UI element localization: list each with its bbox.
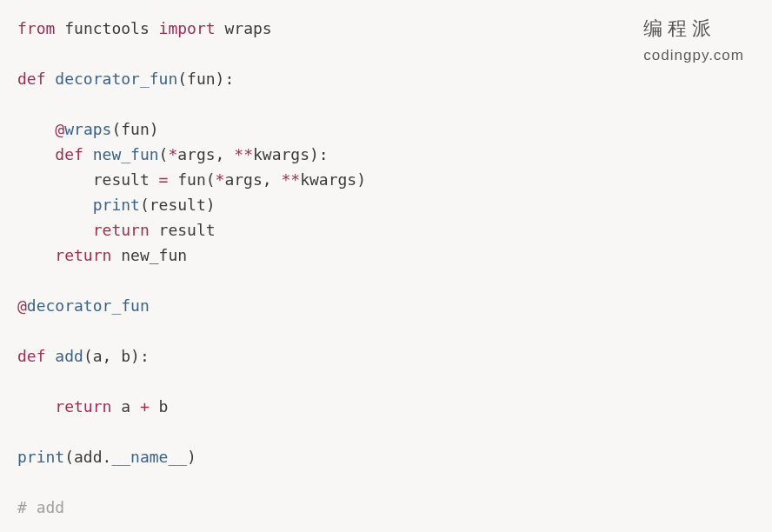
watermark: 编程派 codingpy.com [643,16,744,68]
text [55,19,64,37]
double-star: ** [281,170,300,189]
function-name: add [55,347,83,365]
call-close: ) [187,448,196,466]
keyword-def: def [17,347,46,365]
imported-name: wraps [224,19,271,37]
paren-open: ( [159,145,169,163]
star: * [168,145,177,163]
text [150,19,159,37]
equals: = [159,170,169,189]
decorator-name: decorator_fun [27,296,150,315]
function-name: decorator_fun [55,70,177,88]
dunder-name: __name__ [111,448,187,466]
keyword-def: def [55,145,83,163]
params: (a, b): [83,347,150,365]
builtin-print: print [17,448,64,466]
arg: args, [224,170,281,189]
keyword-def: def [17,70,46,88]
text [46,347,56,365]
keyword-return: return [55,397,111,416]
expr: a [111,397,140,416]
function-name: new_fun [93,145,159,163]
call-open: (add. [64,448,111,466]
return-value: new_fun [111,246,187,264]
keyword-from: from [17,19,55,37]
arg: args, [177,145,234,163]
code-block: from functools import wraps def decorato… [0,0,772,532]
text [46,70,56,88]
keyword-return: return [93,221,150,239]
params: (fun): [177,70,234,88]
arg: kwargs): [253,145,329,163]
builtin-print: print [93,196,140,214]
return-value: result [150,221,216,239]
double-star: ** [234,145,253,163]
operator-plus: + [140,397,150,416]
text [216,19,225,37]
lhs: result [93,170,159,189]
decorator-name: wraps [64,120,111,138]
call-args: (result) [140,196,216,214]
watermark-cn: 编程派 [643,16,744,41]
arg: kwargs) [300,170,366,189]
keyword-return: return [55,246,111,264]
decorator-args: (fun) [111,120,158,138]
expr: b [150,397,169,416]
module-name: functools [64,19,150,37]
watermark-en: codingpy.com [643,43,744,68]
keyword-import: import [159,19,216,37]
star: * [216,170,225,189]
comment: # add [17,498,64,516]
decorator-at: @ [55,120,64,138]
decorator-at: @ [17,296,27,315]
text [83,145,93,163]
call: fun( [168,170,215,189]
